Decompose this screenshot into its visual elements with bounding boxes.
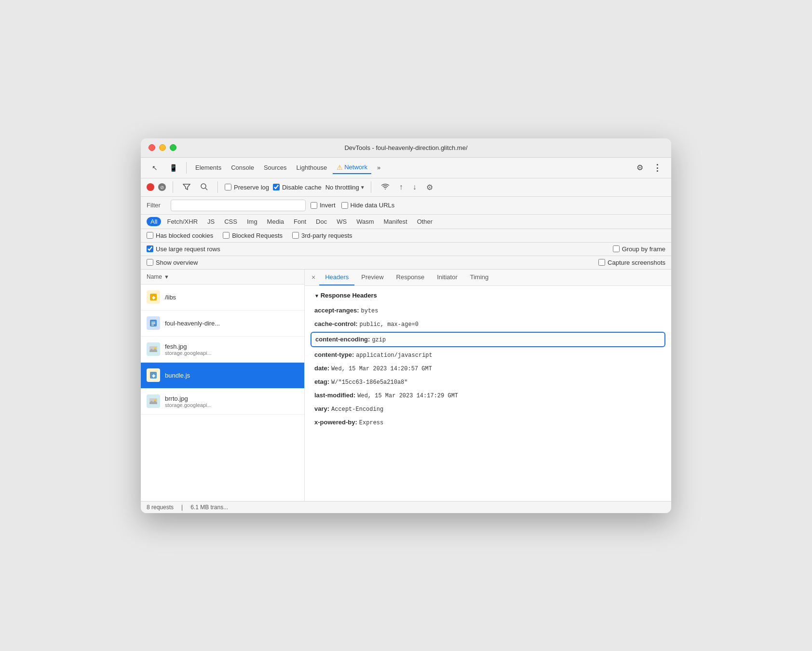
type-filter-fetch[interactable]: Fetch/XHR xyxy=(163,217,202,226)
gear-icon: ⚙ xyxy=(636,163,643,172)
tab-timing[interactable]: Timing xyxy=(464,270,495,285)
show-overview-checkbox[interactable] xyxy=(147,259,153,266)
disable-cache-label[interactable]: Disable cache xyxy=(273,184,322,191)
minimize-button[interactable] xyxy=(159,144,166,151)
third-party-checkbox[interactable] xyxy=(292,232,299,239)
network-conditions-btn[interactable] xyxy=(378,182,392,193)
header-name-vary: vary: xyxy=(314,404,329,414)
file-info-fesh-jpg: fesh.jpgstorage.googleapi... xyxy=(165,343,298,356)
header-name-date: date: xyxy=(314,364,329,373)
invert-checkbox[interactable] xyxy=(311,202,317,209)
extra-filters: Has blocked cookies Blocked Requests 3rd… xyxy=(141,229,671,243)
header-row-content-encoding: content-encoding: gzip xyxy=(311,332,665,347)
header-row-x-powered-by: x-powered-by: Express xyxy=(314,416,662,429)
file-name-fesh-jpg: fesh.jpg xyxy=(165,343,298,350)
invert-label[interactable]: Invert xyxy=(311,202,336,209)
type-filter-manifest[interactable]: Manifest xyxy=(379,217,411,226)
export-btn[interactable]: ↓ xyxy=(410,181,420,193)
headers-container: accept-ranges: bytescache-control: publi… xyxy=(314,304,662,429)
header-value-content-encoding: gzip xyxy=(372,336,386,344)
throttle-label: No throttling xyxy=(325,184,359,191)
file-item-bundle-js[interactable]: ◈bundle.js xyxy=(141,363,304,389)
preserve-log-checkbox[interactable] xyxy=(225,184,231,190)
export-icon: ↓ xyxy=(413,183,417,191)
blocked-requests-label[interactable]: Blocked Requests xyxy=(223,232,283,239)
hide-data-urls-label[interactable]: Hide data URLs xyxy=(341,202,395,209)
type-filter-img[interactable]: Img xyxy=(243,217,261,226)
search-btn[interactable] xyxy=(197,181,211,193)
file-item-foul-dir[interactable]: foul-heavenly-dire... xyxy=(141,311,304,337)
tab-sources[interactable]: Sources xyxy=(260,162,291,173)
tab-more[interactable]: » xyxy=(373,162,384,173)
type-filter-font[interactable]: Font xyxy=(290,217,310,226)
close-panel-btn[interactable]: × xyxy=(309,270,318,285)
type-filter-js[interactable]: JS xyxy=(203,217,218,226)
filter-input[interactable] xyxy=(171,200,306,211)
ctrl-sep-3 xyxy=(371,181,371,193)
ctrl-sep-1 xyxy=(173,181,173,193)
devtools-settings-btn[interactable]: ⚙ xyxy=(423,181,436,193)
file-list-header: Name ▼ xyxy=(141,270,304,285)
maximize-button[interactable] xyxy=(170,144,176,151)
throttle-wrapper: No throttling ▾ xyxy=(325,184,364,191)
toolbar-sep-1 xyxy=(186,162,187,174)
type-filter-doc[interactable]: Doc xyxy=(312,217,331,226)
wifi-icon xyxy=(381,183,390,191)
cursor-icon: ↖ xyxy=(150,163,159,172)
capture-screenshots-checkbox[interactable] xyxy=(598,259,605,266)
cursor-tool-btn[interactable]: ↖ xyxy=(147,162,163,174)
file-name-bundle-js: bundle.js xyxy=(165,372,298,379)
block-btn[interactable]: ⊘ xyxy=(158,183,166,191)
status-bar: 8 requests | 6.1 MB trans... xyxy=(141,501,671,513)
type-filter-css[interactable]: CSS xyxy=(220,217,241,226)
record-btn[interactable] xyxy=(147,183,154,191)
blocked-requests-checkbox[interactable] xyxy=(223,232,230,239)
filter-icon xyxy=(183,183,190,192)
third-party-label[interactable]: 3rd-party requests xyxy=(292,232,352,239)
close-button[interactable] xyxy=(149,144,155,151)
hide-data-urls-checkbox[interactable] xyxy=(341,202,348,209)
import-btn[interactable]: ↑ xyxy=(396,181,406,193)
tab-lighthouse[interactable]: Lighthouse xyxy=(293,162,331,173)
has-blocked-cookies-checkbox[interactable] xyxy=(147,232,153,239)
group-by-frame-label[interactable]: Group by frame xyxy=(613,245,665,253)
tab-elements[interactable]: Elements xyxy=(191,162,225,173)
transferred-size: 6.1 MB trans... xyxy=(190,504,228,511)
main-content: Name ▼ ◈/libsfoul-heavenly-dire...fesh.j… xyxy=(141,270,671,501)
type-filter-ws[interactable]: WS xyxy=(333,217,351,226)
header-value-date: Wed, 15 Mar 2023 14:20:57 GMT xyxy=(331,365,432,373)
file-item-fesh-jpg[interactable]: fesh.jpgstorage.googleapi... xyxy=(141,337,304,363)
tab-headers[interactable]: Headers xyxy=(319,270,354,285)
file-item-brrto-jpg[interactable]: brrto.jpgstorage.googleapi... xyxy=(141,389,304,415)
group-by-frame-checkbox[interactable] xyxy=(613,245,620,252)
type-filter-wasm[interactable]: Wasm xyxy=(352,217,378,226)
gear-btn[interactable]: ⚙ xyxy=(633,161,647,174)
disable-cache-checkbox[interactable] xyxy=(273,184,280,190)
use-large-rows-checkbox[interactable] xyxy=(147,245,153,252)
tab-console[interactable]: Console xyxy=(227,162,258,173)
type-filter-media[interactable]: Media xyxy=(263,217,288,226)
device-toolbar-btn[interactable]: 📱 xyxy=(165,162,181,174)
type-filter-other[interactable]: Other xyxy=(413,217,437,226)
tab-initiator[interactable]: Initiator xyxy=(431,270,463,285)
more-btn[interactable]: ⋮ xyxy=(649,161,665,175)
section-title-response[interactable]: Response Headers xyxy=(314,292,662,299)
header-row-cache-control: cache-control: public, max-age=0 xyxy=(314,317,662,331)
device-icon: 📱 xyxy=(169,163,177,172)
capture-screenshots-label[interactable]: Capture screenshots xyxy=(598,259,665,266)
has-blocked-cookies-label[interactable]: Has blocked cookies xyxy=(147,232,213,239)
file-icon-fesh-jpg xyxy=(147,342,160,356)
type-filter-all[interactable]: All xyxy=(147,217,161,226)
file-item-libs[interactable]: ◈/libs xyxy=(141,285,304,311)
tab-network[interactable]: ⚠ Network xyxy=(333,162,371,174)
header-value-cache-control: public, max-age=0 xyxy=(360,320,419,329)
header-name-content-type: content-type: xyxy=(314,350,354,360)
show-overview-label[interactable]: Show overview xyxy=(147,259,198,266)
use-large-rows-label[interactable]: Use large request rows xyxy=(147,245,220,253)
header-value-x-powered-by: Express xyxy=(359,419,383,427)
preserve-log-label[interactable]: Preserve log xyxy=(225,184,269,191)
tab-preview[interactable]: Preview xyxy=(355,270,389,285)
filter-btn[interactable] xyxy=(180,181,193,193)
tab-response[interactable]: Response xyxy=(391,270,431,285)
file-name-brrto-jpg: brrto.jpg xyxy=(165,395,298,402)
